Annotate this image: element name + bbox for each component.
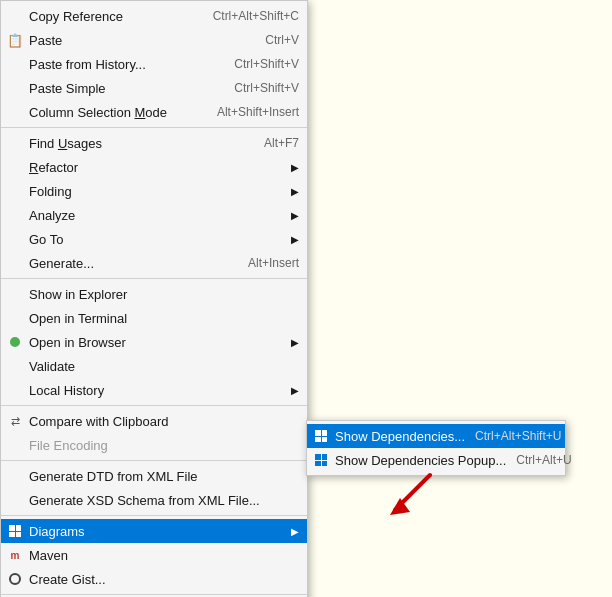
generate-shortcut: Alt+Insert bbox=[228, 256, 299, 270]
compare-with-clipboard-label: Compare with Clipboard bbox=[29, 414, 168, 429]
menu-item-copy-reference[interactable]: Copy Reference Ctrl+Alt+Shift+C bbox=[1, 4, 307, 28]
show-dependencies-popup-label: Show Dependencies Popup... bbox=[335, 453, 506, 468]
svg-marker-1 bbox=[390, 498, 410, 515]
column-selection-mode-label: Column Selection Mode bbox=[29, 105, 167, 120]
menu-item-column-selection-mode[interactable]: Column Selection Mode Alt+Shift+Insert bbox=[1, 100, 307, 124]
menu-item-open-in-browser[interactable]: Open in Browser ▶ bbox=[1, 330, 307, 354]
menu-item-paste-simple[interactable]: Paste Simple Ctrl+Shift+V bbox=[1, 76, 307, 100]
paste-simple-shortcut: Ctrl+Shift+V bbox=[214, 81, 299, 95]
paste-from-history-label: Paste from History... bbox=[29, 57, 146, 72]
folding-label: Folding bbox=[29, 184, 72, 199]
menu-item-generate-dtd[interactable]: Generate DTD from XML File bbox=[1, 464, 307, 488]
menu-item-file-encoding: File Encoding bbox=[1, 433, 307, 457]
menu-item-maven[interactable]: m Maven bbox=[1, 543, 307, 567]
separator-2 bbox=[1, 278, 307, 279]
menu-item-paste-from-history[interactable]: Paste from History... Ctrl+Shift+V bbox=[1, 52, 307, 76]
menu-item-open-in-terminal[interactable]: Open in Terminal bbox=[1, 306, 307, 330]
separator-6 bbox=[1, 594, 307, 595]
validate-label: Validate bbox=[29, 359, 75, 374]
diagrams-label: Diagrams bbox=[29, 524, 85, 539]
copy-reference-shortcut: Ctrl+Alt+Shift+C bbox=[193, 9, 299, 23]
diagrams-arrow: ▶ bbox=[281, 526, 299, 537]
submenu-item-show-dependencies-popup[interactable]: Show Dependencies Popup... Ctrl+Alt+U bbox=[307, 448, 565, 472]
menu-item-folding[interactable]: Folding ▶ bbox=[1, 179, 307, 203]
open-in-browser-arrow: ▶ bbox=[281, 337, 299, 348]
menu-item-analyze[interactable]: Analyze ▶ bbox=[1, 203, 307, 227]
analyze-label: Analyze bbox=[29, 208, 75, 223]
analyze-arrow: ▶ bbox=[281, 210, 299, 221]
generate-label: Generate... bbox=[29, 256, 94, 271]
diagrams-submenu: Show Dependencies... Ctrl+Alt+Shift+U Sh… bbox=[306, 420, 566, 476]
menu-item-generate[interactable]: Generate... Alt+Insert bbox=[1, 251, 307, 275]
menu-item-validate[interactable]: Validate bbox=[1, 354, 307, 378]
find-usages-shortcut: Alt+F7 bbox=[244, 136, 299, 150]
open-in-terminal-label: Open in Terminal bbox=[29, 311, 127, 326]
menu-item-show-in-explorer[interactable]: Show in Explorer bbox=[1, 282, 307, 306]
copy-reference-label: Copy Reference bbox=[29, 9, 123, 24]
show-dependencies-shortcut: Ctrl+Alt+Shift+U bbox=[465, 429, 561, 443]
cursor-arrow bbox=[380, 470, 440, 533]
create-gist-label: Create Gist... bbox=[29, 572, 106, 587]
folding-arrow: ▶ bbox=[281, 186, 299, 197]
file-encoding-label: File Encoding bbox=[29, 438, 108, 453]
go-to-label: Go To bbox=[29, 232, 63, 247]
open-in-browser-label: Open in Browser bbox=[29, 335, 126, 350]
menu-item-diagrams[interactable]: Diagrams ▶ bbox=[1, 519, 307, 543]
menu-item-go-to[interactable]: Go To ▶ bbox=[1, 227, 307, 251]
refactor-label: Refactor bbox=[29, 160, 78, 175]
show-in-explorer-label: Show in Explorer bbox=[29, 287, 127, 302]
show-dependencies-popup-icon bbox=[313, 452, 329, 468]
menu-item-local-history[interactable]: Local History ▶ bbox=[1, 378, 307, 402]
separator-3 bbox=[1, 405, 307, 406]
maven-icon: m bbox=[7, 547, 23, 563]
separator-5 bbox=[1, 515, 307, 516]
menu-item-refactor[interactable]: Refactor ▶ bbox=[1, 155, 307, 179]
find-usages-label: Find Usages bbox=[29, 136, 102, 151]
open-in-browser-icon bbox=[7, 334, 23, 350]
separator-4 bbox=[1, 460, 307, 461]
submenu-item-show-dependencies[interactable]: Show Dependencies... Ctrl+Alt+Shift+U bbox=[307, 424, 565, 448]
menu-item-create-gist[interactable]: Create Gist... bbox=[1, 567, 307, 591]
menu-item-paste[interactable]: 📋 Paste Ctrl+V bbox=[1, 28, 307, 52]
diagrams-icon bbox=[7, 523, 23, 539]
context-menu: Copy Reference Ctrl+Alt+Shift+C 📋 Paste … bbox=[0, 0, 308, 597]
paste-icon: 📋 bbox=[7, 32, 23, 48]
local-history-label: Local History bbox=[29, 383, 104, 398]
menu-item-compare-with-clipboard[interactable]: ⇄ Compare with Clipboard bbox=[1, 409, 307, 433]
menu-item-find-usages[interactable]: Find Usages Alt+F7 bbox=[1, 131, 307, 155]
generate-xsd-label: Generate XSD Schema from XML File... bbox=[29, 493, 260, 508]
svg-line-0 bbox=[395, 475, 430, 510]
column-selection-mode-shortcut: Alt+Shift+Insert bbox=[197, 105, 299, 119]
local-history-arrow: ▶ bbox=[281, 385, 299, 396]
refactor-arrow: ▶ bbox=[281, 162, 299, 173]
show-dependencies-label: Show Dependencies... bbox=[335, 429, 465, 444]
compare-icon: ⇄ bbox=[7, 413, 23, 429]
paste-simple-label: Paste Simple bbox=[29, 81, 106, 96]
paste-shortcut: Ctrl+V bbox=[245, 33, 299, 47]
generate-dtd-label: Generate DTD from XML File bbox=[29, 469, 198, 484]
gist-icon bbox=[7, 571, 23, 587]
menu-item-generate-xsd[interactable]: Generate XSD Schema from XML File... bbox=[1, 488, 307, 512]
go-to-arrow: ▶ bbox=[281, 234, 299, 245]
show-dependencies-icon bbox=[313, 428, 329, 444]
separator-1 bbox=[1, 127, 307, 128]
show-dependencies-popup-shortcut: Ctrl+Alt+U bbox=[506, 453, 571, 467]
paste-label: Paste bbox=[29, 33, 62, 48]
paste-from-history-shortcut: Ctrl+Shift+V bbox=[214, 57, 299, 71]
maven-label: Maven bbox=[29, 548, 68, 563]
